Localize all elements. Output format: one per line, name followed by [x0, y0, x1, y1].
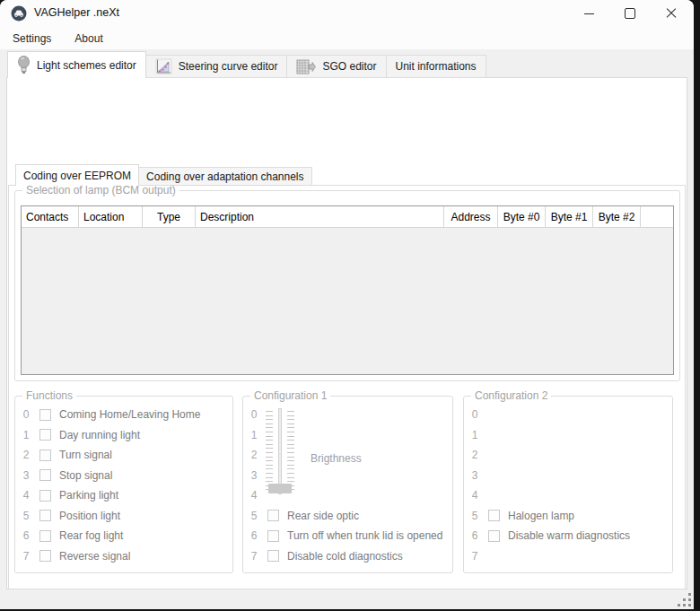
- config2-checkbox-disable-warm-diagnostics[interactable]: [488, 530, 500, 542]
- slider-thumb[interactable]: [268, 484, 292, 493]
- tab-label: Coding over EEPROM: [23, 170, 131, 182]
- tab-coding-over-eeprom[interactable]: Coding over EEPROM: [15, 164, 139, 186]
- bit-index: 4: [469, 489, 480, 502]
- function-label: Rear fog light: [59, 529, 123, 542]
- config1-checkbox-turn-off-trunk[interactable]: [267, 530, 279, 542]
- coding-tab-strip: Coding over EEPROM Coding over adaptatio…: [15, 164, 312, 186]
- function-row: 0 Coming Home/Leaving Home: [21, 406, 229, 423]
- function-label: Parking light: [59, 489, 118, 502]
- function-checkbox-coming-home[interactable]: [39, 409, 51, 421]
- config1-label: Disable cold diagnostics: [287, 550, 403, 563]
- app-window: VAGHelper .neXt Settings About: [0, 0, 694, 609]
- column-header-address[interactable]: Address: [444, 206, 498, 227]
- minimize-button[interactable]: [568, 0, 609, 27]
- resize-grip-icon[interactable]: [677, 592, 691, 607]
- close-button[interactable]: [651, 0, 692, 27]
- config2-row: 2: [469, 447, 669, 463]
- function-checkbox-rear-fog-light[interactable]: [39, 530, 51, 542]
- function-row: 6 Rear fog light: [21, 528, 229, 544]
- bit-index: 6: [21, 529, 31, 542]
- tab-unit-informations[interactable]: Unit informations: [387, 55, 486, 78]
- function-checkbox-reverse-signal[interactable]: [39, 550, 51, 562]
- config2-label: Halogen lamp: [508, 510, 574, 522]
- curve-chart-icon: [155, 58, 172, 75]
- config1-label: Turn off when trunk lid is opened: [287, 529, 442, 542]
- slider-ticks-left: [266, 411, 273, 493]
- function-row: 1 Day running light: [21, 427, 229, 443]
- bit-index: 4: [21, 489, 31, 502]
- tab-label: Steering curve editor: [179, 60, 278, 73]
- column-header-location[interactable]: Location: [79, 206, 143, 227]
- function-checkbox-day-running-light[interactable]: [39, 429, 51, 441]
- bit-index: 4: [249, 489, 259, 502]
- bit-index: 7: [21, 550, 31, 563]
- bit-index: 6: [469, 529, 480, 542]
- window-controls: [568, 0, 692, 27]
- config2-checkbox-halogen-lamp[interactable]: [488, 510, 500, 521]
- function-row: 3 Stop signal: [21, 467, 229, 484]
- bit-index: 5: [469, 510, 480, 522]
- menu-settings[interactable]: Settings: [9, 31, 55, 47]
- config2-row: 5 Halogen lamp: [469, 508, 669, 524]
- function-label: Coming Home/Leaving Home: [59, 408, 200, 421]
- column-header-byte0[interactable]: Byte #0: [498, 206, 546, 227]
- function-checkbox-position-light[interactable]: [39, 510, 51, 521]
- bit-index: 1: [469, 429, 480, 441]
- config1-checkbox-rear-side-optic[interactable]: [267, 510, 279, 521]
- bit-index: 1: [249, 429, 259, 441]
- tab-light-schemes-editor[interactable]: Light schemes editor: [7, 51, 146, 78]
- function-label: Turn signal: [59, 449, 112, 461]
- configuration2-group: Configuration 2 0 1 2 3 4 5: [463, 396, 673, 573]
- configuration2-label: Configuration 2: [471, 389, 551, 402]
- maximize-icon: [625, 8, 635, 19]
- function-row: 5 Position light: [21, 508, 229, 524]
- close-icon: [666, 8, 677, 19]
- function-label: Position light: [59, 510, 120, 522]
- column-header-contacts[interactable]: Contacts: [22, 206, 79, 227]
- bit-index: 0: [21, 408, 31, 421]
- light-bulb-icon: [17, 56, 31, 74]
- menu-about[interactable]: About: [71, 31, 106, 47]
- main-tab-strip: Light schemes editor Steering curv: [7, 51, 486, 78]
- functions-group: Functions 0 Coming Home/Leaving Home 1 D…: [14, 396, 233, 573]
- column-header-description[interactable]: Description: [196, 206, 444, 227]
- config2-row: 1: [469, 427, 669, 443]
- column-header-byte2[interactable]: Byte #2: [593, 206, 641, 227]
- bit-index: 7: [469, 550, 480, 563]
- function-row: 4 Parking light: [21, 487, 229, 503]
- function-checkbox-stop-signal[interactable]: [39, 469, 51, 481]
- config2-row: 6 Disable warm diagnostics: [469, 528, 669, 544]
- functions-rows: 0 Coming Home/Leaving Home 1 Day running…: [21, 406, 229, 564]
- brightness-slider[interactable]: [263, 406, 297, 502]
- grid-arrow-icon: [296, 58, 316, 75]
- function-label: Stop signal: [59, 469, 112, 482]
- config1-checkbox-disable-cold-diagnostics[interactable]: [267, 550, 279, 562]
- function-label: Day running light: [59, 429, 140, 441]
- maximize-button[interactable]: [609, 0, 651, 27]
- tab-steering-curve-editor[interactable]: Steering curve editor: [146, 55, 288, 78]
- function-row: 7 Reverse signal: [21, 548, 229, 564]
- tab-sgo-editor[interactable]: SGO editor: [287, 55, 386, 78]
- function-checkbox-turn-signal[interactable]: [39, 450, 51, 461]
- function-checkbox-parking-light[interactable]: [39, 490, 51, 502]
- bit-index: 6: [249, 529, 259, 542]
- title-bar[interactable]: VAGHelper .neXt: [0, 0, 694, 27]
- menu-bar: Settings About: [0, 27, 694, 49]
- bit-index: 2: [469, 449, 480, 461]
- bit-index: 7: [249, 550, 259, 563]
- slider-track: [278, 408, 282, 494]
- desktop-background: VAGHelper .neXt Settings About: [0, 0, 700, 611]
- tab-label: SGO editor: [322, 60, 376, 73]
- tab-label: Coding over adaptation channels: [146, 170, 303, 183]
- bit-index: 3: [21, 469, 31, 482]
- lamp-table: Contacts Location Type Description Addre…: [21, 205, 674, 375]
- column-header-byte1[interactable]: Byte #1: [546, 206, 593, 227]
- bit-index: 5: [21, 510, 31, 522]
- bit-index: 1: [21, 429, 31, 441]
- config1-row: 5 Rear side optic: [249, 508, 449, 524]
- tab-coding-over-adaptation-channels[interactable]: Coding over adaptation channels: [139, 167, 311, 186]
- functions-label: Functions: [22, 389, 76, 402]
- column-header-type[interactable]: Type: [143, 206, 196, 227]
- function-row: 2 Turn signal: [21, 447, 229, 463]
- function-label: Reverse signal: [59, 550, 130, 563]
